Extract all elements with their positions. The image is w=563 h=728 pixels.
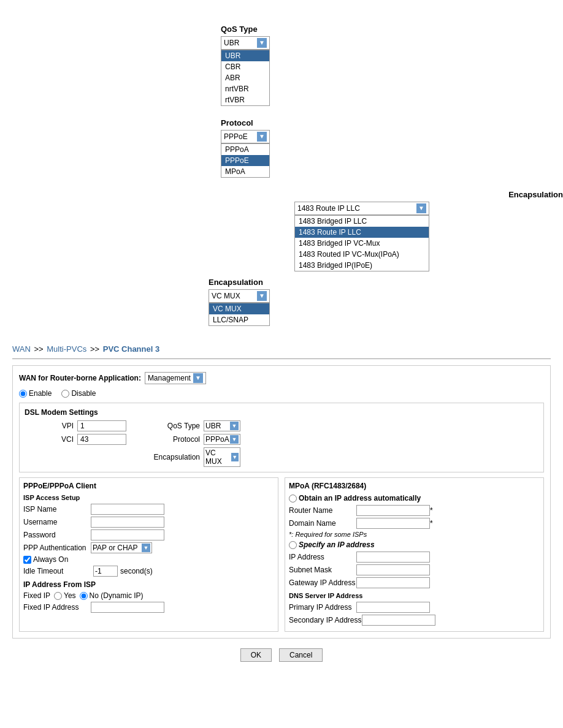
encap-right-title: Encapsulation [294, 190, 563, 199]
fixed-ip-yes-radio[interactable] [54, 592, 62, 600]
fixed-ip-label: Fixed IP [23, 591, 50, 600]
dsl-encap-value: VC MUX [205, 449, 231, 466]
mpoa-title: MPoA (RFC1483/2684) [289, 482, 540, 490]
protocol-select[interactable]: PPPoE ▼ [221, 130, 270, 143]
vpi-input[interactable] [77, 420, 126, 431]
isp-name-input[interactable] [91, 504, 164, 515]
always-on-label[interactable]: Always On [23, 555, 68, 564]
subnet-input[interactable] [356, 564, 430, 575]
qos-option-ubr[interactable]: UBR [221, 50, 269, 61]
enable-radio[interactable] [19, 390, 27, 398]
vci-input[interactable] [77, 434, 126, 445]
fixed-ip-addr-input[interactable] [91, 602, 164, 613]
fixed-ip-no-label[interactable]: No (Dynamic IP) [80, 591, 144, 600]
dsl-qos-label: QoS Type [151, 422, 200, 430]
wan-router-value: Management [148, 374, 191, 382]
password-input[interactable] [91, 529, 164, 540]
router-name-input[interactable] [356, 505, 430, 516]
fixed-ip-no-radio[interactable] [80, 592, 88, 600]
encap-left-opt2[interactable]: LLC/SNAP [209, 314, 269, 325]
fixed-ip-yes-label[interactable]: Yes [54, 591, 76, 600]
secondary-dns-label: Secondary IP Address [289, 616, 362, 624]
breadcrumb-sep1: >> [34, 344, 45, 354]
dsl-encap-select[interactable]: VC MUX ▼ [204, 447, 240, 467]
dsl-protocol-label: Protocol [151, 435, 200, 444]
enable-radio-label[interactable]: Enable [19, 389, 52, 398]
vci-label: VCI [25, 435, 74, 444]
encap-right-select[interactable]: 1483 Route IP LLC ▼ [294, 202, 429, 215]
always-on-checkbox[interactable] [23, 556, 31, 564]
encap-left-select[interactable]: VC MUX ▼ [209, 289, 270, 303]
dsl-right: QoS Type UBR ▼ Protocol PPPoA ▼ [151, 420, 240, 467]
protocol-option-mpoa[interactable]: MPoA [221, 166, 269, 177]
protocol-dropdown-list: PPPoA PPPoE MPoA [221, 143, 270, 178]
domain-name-input[interactable] [356, 518, 430, 529]
dsl-qos-select[interactable]: UBR ▼ [204, 420, 240, 431]
primary-dns-label: Primary IP Address [289, 603, 356, 612]
encap-left-title: Encapsulation [209, 278, 270, 287]
domain-name-row: Domain Name * [289, 518, 540, 529]
dsl-qos-value: UBR [205, 422, 221, 430]
wan-router-select[interactable]: Management ▼ [145, 372, 206, 384]
secondary-dns-input[interactable] [362, 615, 435, 626]
enable-disable-row: Enable Disable [19, 389, 544, 398]
fixed-ip-yes-text: Yes [64, 591, 76, 600]
encap-left-opt1[interactable]: VC MUX [209, 303, 269, 314]
encap-left-dropdown-container: VC MUX ▼ VC MUX LLC/SNAP [209, 289, 270, 326]
username-row: Username [23, 517, 274, 528]
idle-timeout-input[interactable] [93, 566, 118, 577]
ip-addr-row: IP Address [289, 552, 540, 563]
encap-right-opt4[interactable]: 1483 Routed IP VC-Mux(IPoA) [295, 249, 429, 260]
disable-radio-label[interactable]: Disable [61, 389, 96, 398]
dsl-protocol-row: Protocol PPPoA ▼ [151, 434, 240, 445]
ppp-auth-select[interactable]: PAP or CHAP ▼ [91, 542, 152, 553]
domain-name-asterisk: * [430, 519, 433, 528]
disable-radio[interactable] [61, 390, 69, 398]
qos-select[interactable]: UBR ▼ [221, 36, 270, 50]
encap-right-selected-value: 1483 Route IP LLC [297, 204, 360, 213]
username-input[interactable] [91, 517, 164, 528]
encap-right-opt2[interactable]: 1483 Route IP LLC [295, 227, 429, 238]
encap-right-opt1[interactable]: 1483 Bridged IP LLC [295, 216, 429, 227]
protocol-title: Protocol [221, 118, 563, 127]
obtain-radio[interactable] [289, 495, 297, 502]
wan-router-arrow-icon: ▼ [193, 373, 203, 383]
encap-right-opt3[interactable]: 1483 Bridged IP VC-Mux [295, 238, 429, 249]
protocol-option-pppoe[interactable]: PPPoE [221, 155, 269, 166]
breadcrumb-wan[interactable]: WAN [12, 344, 31, 354]
dsl-settings-section: DSL Modem Settings VPI VCI QoS Type [19, 403, 544, 472]
dsl-protocol-select[interactable]: PPPoA ▼ [204, 434, 240, 445]
cancel-button[interactable]: Cancel [279, 648, 323, 662]
subnet-row: Subnet Mask [289, 564, 540, 575]
isp-name-label: ISP Name [23, 505, 91, 514]
breadcrumb-multipvcs[interactable]: Multi-PVCs [47, 344, 86, 354]
router-name-label: Router Name [289, 506, 356, 515]
dsl-encap-arrow: ▼ [231, 453, 239, 461]
encap-right-opt5[interactable]: 1483 Bridged IP(IPoE) [295, 260, 429, 271]
specify-radio[interactable] [289, 541, 297, 549]
ok-button[interactable]: OK [240, 648, 272, 662]
primary-dns-input[interactable] [356, 602, 430, 613]
qos-option-abr[interactable]: ABR [221, 72, 269, 83]
gateway-input[interactable] [356, 577, 430, 588]
router-name-asterisk: * [430, 506, 433, 515]
ip-addr-input[interactable] [356, 552, 430, 563]
breadcrumb-pvcchannel3: PVC Channel 3 [103, 344, 159, 354]
dsl-settings-title: DSL Modem Settings [25, 408, 538, 417]
obtain-label: Obtain an IP address automatically [299, 494, 421, 502]
dsl-qos-row: QoS Type UBR ▼ [151, 420, 240, 431]
vpi-label: VPI [25, 422, 74, 430]
dsl-encap-row: Encapsulation VC MUX ▼ [151, 447, 240, 467]
isp-name-row: ISP Name [23, 504, 274, 515]
main-form: WAN for Router-borne Application: Manage… [12, 365, 551, 639]
protocol-dropdown-container: PPPoE ▼ PPPoA PPPoE MPoA [221, 130, 270, 178]
protocol-option-pppoa[interactable]: PPPoA [221, 144, 269, 155]
pppoe-mpoa-container: PPPoE/PPPoA Client ISP Access Setup ISP … [19, 477, 544, 632]
password-row: Password [23, 529, 274, 540]
ppp-auth-arrow: ▼ [142, 544, 150, 552]
qos-option-nrtvbr[interactable]: nrtVBR [221, 83, 269, 94]
qos-option-cbr[interactable]: CBR [221, 61, 269, 72]
specify-label: Specify an IP address [299, 540, 375, 549]
vpi-row: VPI [25, 420, 126, 431]
qos-option-rtvbr[interactable]: rtVBR [221, 94, 269, 105]
